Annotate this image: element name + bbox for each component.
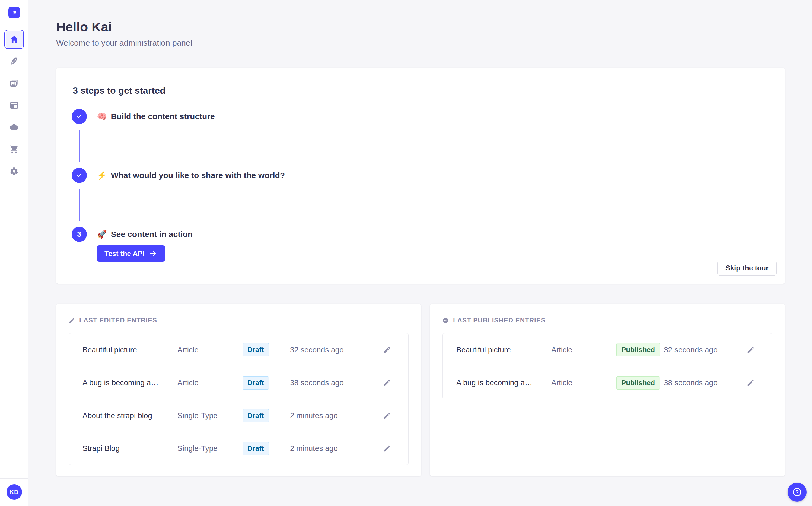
last-edited-card: LAST EDITED ENTRIES Beautiful picture Ar… <box>56 304 421 476</box>
strapi-logo-icon <box>11 9 18 16</box>
brain-emoji-icon: 🧠 <box>97 112 107 121</box>
edit-entry-button[interactable] <box>383 412 395 420</box>
last-published-table: Beautiful picture Article Published 32 s… <box>442 333 773 399</box>
sidebar-item-cloud[interactable] <box>4 118 24 137</box>
edit-entry-button[interactable] <box>746 346 758 354</box>
last-published-card: LAST PUBLISHED ENTRIES Beautiful picture… <box>430 304 785 476</box>
sidebar-item-marketplace[interactable] <box>4 140 24 159</box>
cloud-icon <box>9 123 19 132</box>
page-subtitle: Welcome to your administration panel <box>56 38 785 48</box>
entry-title: Beautiful picture <box>456 346 551 354</box>
sidebar-item-content-type-builder[interactable] <box>4 96 24 115</box>
pencil-icon <box>383 444 391 452</box>
step-3-number-circle: 3 <box>72 227 87 242</box>
last-published-header: LAST PUBLISHED ENTRIES <box>442 317 773 324</box>
entry-time: 2 minutes ago <box>290 444 383 453</box>
last-edited-table: Beautiful picture Article Draft 32 secon… <box>69 333 409 465</box>
sidebar-divider <box>0 26 28 26</box>
edit-entry-button[interactable] <box>383 444 395 452</box>
media-library-icon <box>9 79 19 88</box>
table-row[interactable]: Beautiful picture Article Published 32 s… <box>443 333 772 366</box>
question-mark-icon <box>792 487 802 497</box>
entry-time: 32 seconds ago <box>664 346 746 354</box>
entry-title: Beautiful picture <box>83 346 178 354</box>
last-edited-title: LAST EDITED ENTRIES <box>79 317 157 324</box>
page-title: Hello Kai <box>56 19 785 34</box>
step-3-label: 🚀See content in action <box>97 227 193 242</box>
status-badge: Published <box>616 343 660 356</box>
sidebar-item-home[interactable] <box>4 30 24 49</box>
skip-the-tour-button[interactable]: Skip the tour <box>717 261 777 275</box>
pencil-icon <box>746 346 755 354</box>
check-icon <box>76 172 83 179</box>
entries-section: LAST EDITED ENTRIES Beautiful picture Ar… <box>56 304 785 476</box>
lightning-emoji-icon: ⚡ <box>97 171 107 180</box>
last-published-title: LAST PUBLISHED ENTRIES <box>453 317 545 324</box>
entry-type: Article <box>178 346 242 354</box>
sidebar-nav <box>4 30 24 184</box>
status-badge: Draft <box>242 409 269 422</box>
pencil-icon <box>383 379 391 387</box>
content-type-builder-icon <box>9 101 19 110</box>
feather-content-manager-icon <box>9 57 19 66</box>
edit-entry-button[interactable] <box>383 346 395 354</box>
entry-type: Single-Type <box>178 411 242 420</box>
step-2-check-circle <box>72 168 87 183</box>
entry-type: Single-Type <box>178 444 242 453</box>
table-row[interactable]: A bug is becoming a… Article Draft 38 se… <box>69 366 408 399</box>
table-row[interactable]: About the strapi blog Single-Type Draft … <box>69 399 408 432</box>
entry-title: Strapi Blog <box>83 444 178 453</box>
page-header: Hello Kai Welcome to your administration… <box>56 19 785 48</box>
pencil-icon <box>383 412 391 420</box>
edit-entry-button[interactable] <box>383 379 395 387</box>
status-badge: Draft <box>242 376 269 390</box>
sidebar-footer-divider <box>0 478 28 479</box>
table-row[interactable]: Beautiful picture Article Draft 32 secon… <box>69 333 408 366</box>
sidebar-item-settings[interactable] <box>4 162 24 181</box>
main-content: Hello Kai Welcome to your administration… <box>28 0 812 476</box>
strapi-logo <box>8 7 20 18</box>
last-edited-header: LAST EDITED ENTRIES <box>69 317 409 324</box>
entry-title: A bug is becoming a… <box>83 378 178 387</box>
check-circle-icon <box>442 317 449 324</box>
marketplace-cart-icon <box>9 145 19 154</box>
step-connector <box>79 189 80 221</box>
entry-type: Article <box>551 346 616 354</box>
step-connector <box>79 130 80 162</box>
sidebar-item-media-library[interactable] <box>4 74 24 93</box>
rocket-emoji-icon: 🚀 <box>97 230 107 239</box>
test-the-api-button[interactable]: Test the API <box>97 245 165 262</box>
onboarding-step-1: 🧠Build the content structure <box>72 109 769 168</box>
user-avatar[interactable]: KD <box>6 484 22 500</box>
status-badge: Draft <box>242 442 269 455</box>
entry-title: About the strapi blog <box>83 411 178 420</box>
sidebar: KD <box>0 0 28 506</box>
entry-time: 2 minutes ago <box>290 411 383 420</box>
sidebar-item-content-manager[interactable] <box>4 52 24 71</box>
status-badge: Published <box>616 376 660 390</box>
entry-time: 38 seconds ago <box>664 378 746 387</box>
home-icon <box>9 35 19 44</box>
table-row[interactable]: Strapi Blog Single-Type Draft 2 minutes … <box>69 432 408 465</box>
edit-entry-button[interactable] <box>746 379 758 387</box>
entry-time: 38 seconds ago <box>290 378 383 387</box>
table-row[interactable]: A bug is becoming a… Article Published 3… <box>443 366 772 399</box>
step-1-label: 🧠Build the content structure <box>97 109 215 168</box>
settings-gear-icon <box>9 167 19 176</box>
entry-type: Article <box>551 378 616 387</box>
entry-type: Article <box>178 378 242 387</box>
status-badge: Draft <box>242 343 269 356</box>
onboarding-step-3: 3 🚀See content in action Test the API <box>72 227 769 262</box>
pencil-icon <box>383 346 391 354</box>
step-1-check-circle <box>72 109 87 124</box>
onboarding-title: 3 steps to get started <box>73 85 769 96</box>
entry-title: A bug is becoming a… <box>456 378 551 387</box>
arrow-right-icon <box>149 249 158 258</box>
entry-time: 32 seconds ago <box>290 346 383 354</box>
help-button[interactable] <box>788 483 807 502</box>
onboarding-steps: 🧠Build the content structure ⚡What would… <box>72 109 769 262</box>
pencil-icon <box>69 317 75 324</box>
step-2-label: ⚡What would you like to share with the w… <box>97 168 285 227</box>
onboarding-step-2: ⚡What would you like to share with the w… <box>72 168 769 227</box>
sidebar-footer: KD <box>0 478 28 506</box>
